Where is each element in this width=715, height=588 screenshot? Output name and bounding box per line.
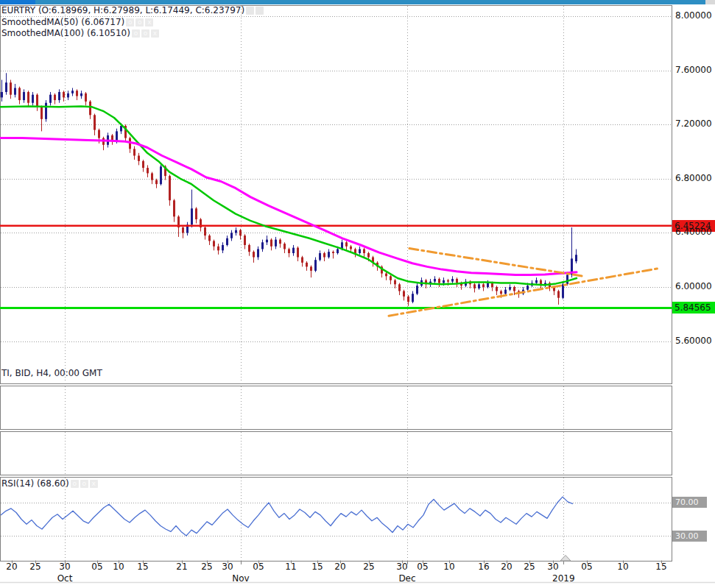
day-axis-label: 10 (438, 562, 460, 572)
candle-body (173, 200, 175, 216)
candle-body (80, 93, 82, 96)
day-axis-label: 10 (612, 562, 634, 572)
moving-average-line[interactable] (0, 138, 577, 275)
day-axis-label: 20 (1, 562, 23, 572)
candle-body (456, 279, 458, 283)
price-axis-label: 6.40000 (675, 227, 712, 237)
current-bar-marker (560, 556, 571, 562)
day-axis-label: 25 (358, 562, 380, 572)
day-axis-label: 05 (86, 562, 108, 572)
candle-body (217, 247, 219, 251)
day-axis-label: 15 (650, 562, 672, 572)
candle-body (297, 248, 299, 258)
price-axis-label: 8.00000 (675, 10, 712, 21)
chart-canvas[interactable] (0, 0, 715, 588)
candle-body (398, 284, 401, 291)
day-axis-label: 05 (412, 562, 434, 572)
indicator-properties-icon[interactable]: o (71, 480, 79, 488)
candle-body (116, 131, 118, 141)
panel-border (1, 432, 672, 475)
candle-body (443, 280, 445, 283)
day-axis-label: 20 (496, 562, 518, 572)
candle-body (350, 247, 352, 249)
indicator-label-ma100: SmoothedMA(100) (6.10510) (1, 28, 130, 38)
indicator-hide-icon[interactable]: o (135, 18, 144, 26)
candle-body (138, 156, 140, 161)
candle-body (133, 149, 135, 155)
indicator-delete-icon[interactable]: x (90, 480, 98, 488)
candle-body (239, 230, 242, 235)
candle-body (496, 287, 498, 291)
candle-body (412, 294, 414, 302)
candle-body (288, 249, 290, 253)
candle-body (195, 208, 197, 219)
price-axis-label: 6.00000 (675, 281, 712, 291)
candle-body (473, 284, 476, 288)
candle-body (275, 240, 277, 247)
trading-terminal-window: { "window": { "top_strip_colors": ["#137… (0, 0, 715, 588)
rsi-oversold-badge: 30.00 (672, 531, 707, 542)
candle-body (155, 180, 158, 185)
candle-body (478, 284, 480, 288)
candle-body (208, 235, 211, 241)
candle-body (526, 286, 529, 290)
candle-body (363, 249, 365, 253)
candle-body (5, 82, 7, 92)
price-axis-label: 7.20000 (675, 118, 712, 129)
indicator-hide-icon[interactable]: o (80, 480, 88, 488)
candle-body (310, 266, 312, 271)
candle-body (71, 91, 74, 93)
indicator-hide-icon[interactable]: o (141, 29, 149, 38)
candle-body (390, 276, 392, 280)
candle-body (14, 88, 16, 95)
candle-body (23, 92, 25, 100)
indicator-properties-icon[interactable]: o (126, 18, 134, 26)
day-axis-label: 21 (171, 562, 193, 572)
indicator-delete-icon[interactable]: x (145, 18, 153, 26)
candle-body (354, 249, 356, 253)
candle-body (151, 173, 153, 180)
candle-body (10, 82, 12, 95)
candle-body (337, 249, 339, 253)
candle-body (160, 166, 162, 184)
day-axis-label: 10 (108, 562, 130, 572)
candle-body (230, 233, 233, 238)
day-axis-label: 16 (473, 562, 495, 572)
candle-body (32, 95, 34, 103)
candle-body (359, 249, 361, 253)
candle-body (403, 291, 405, 297)
candle-body (487, 283, 489, 287)
candle-body (323, 253, 325, 258)
candle-body (169, 176, 171, 200)
rsi-indicator-label: RSI(14) (68.60) (1, 478, 69, 489)
candle-body (500, 291, 502, 294)
candle-body (270, 240, 272, 247)
trendline[interactable] (409, 249, 583, 277)
candle-body (49, 95, 52, 103)
support-level-badge: 5.84565 (672, 302, 715, 314)
candle-body (257, 249, 259, 257)
chart-button-2[interactable] (256, 7, 264, 15)
candle-body (36, 95, 38, 107)
candle-body (226, 238, 228, 245)
candle-body (1, 92, 3, 97)
candle-body (447, 280, 449, 282)
chart-button-1[interactable] (246, 7, 254, 15)
candle-body (332, 252, 334, 253)
indicator-label-ma50: SmoothedMA(50) (6.06717) (1, 17, 124, 27)
day-axis-label: 11 (280, 562, 302, 572)
candle-body (367, 253, 370, 258)
candle-body (94, 115, 96, 130)
candle-body (306, 263, 308, 267)
candle-body (98, 130, 100, 138)
day-axis-label: 30 (216, 562, 239, 572)
indicator-properties-icon[interactable]: o (132, 29, 140, 38)
month-axis-label: Nov (230, 573, 252, 584)
indicator-delete-icon[interactable]: x (151, 29, 159, 38)
day-axis-label: 25 (518, 562, 540, 572)
candle-body (266, 240, 268, 243)
moving-average-line[interactable] (0, 106, 577, 285)
month-axis-label: Oct (54, 573, 76, 584)
day-axis-label: 20 (329, 562, 351, 572)
candle-body (213, 241, 215, 246)
